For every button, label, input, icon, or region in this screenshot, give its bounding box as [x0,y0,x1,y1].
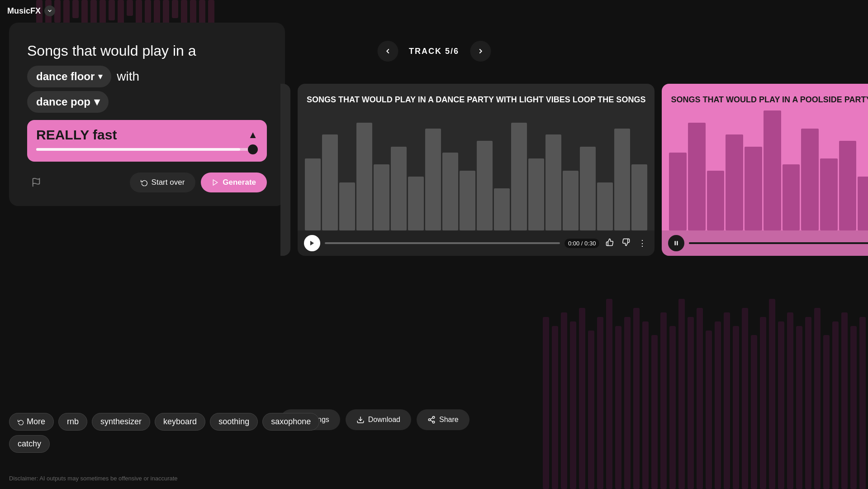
more-chip[interactable]: More [9,413,54,431]
chip-synthesizer[interactable]: synthesizer [92,413,150,431]
track-4-controls: 0:00 / 0:30 ⋮ [298,230,655,256]
svg-rect-21 [552,326,558,489]
track-4-time: 0:00 / 0:30 [564,239,599,248]
track-4-waveform [298,110,655,230]
track-4-progress[interactable] [325,242,560,244]
genre-row: dance pop ▾ [27,91,267,113]
logo-dropdown[interactable] [44,5,55,16]
svg-rect-55 [859,317,866,489]
svg-line-76 [430,418,432,419]
track-5-waveform [662,110,868,230]
svg-rect-60 [677,241,678,245]
speed-header: REALLY fast ▲ [36,127,258,143]
svg-rect-47 [787,312,793,489]
svg-rect-27 [606,299,612,489]
svg-rect-33 [660,312,667,489]
svg-rect-52 [832,321,839,489]
genre-dropdown-arrow: ▾ [94,96,100,108]
svg-point-74 [432,421,435,423]
track-card-5: SONGS THAT WOULD PLAY IN A POOLSIDE PART… [662,84,868,256]
action-bar: Start over Generate [27,173,267,192]
svg-rect-23 [570,321,576,489]
svg-rect-53 [841,312,848,489]
speed-slider-fill [36,148,240,151]
chip-catchy[interactable]: catchy [9,435,50,453]
flag-button[interactable] [27,173,45,192]
speed-slider-thumb[interactable] [248,144,258,154]
share-button[interactable]: Share [417,409,470,430]
start-over-button[interactable]: Start over [130,173,196,192]
svg-rect-49 [805,317,811,489]
header: MusicFX [0,0,62,22]
svg-rect-37 [697,308,703,489]
speed-chevron-icon[interactable]: ▲ [248,129,258,141]
svg-rect-20 [543,317,549,489]
venue-dropdown-arrow: ▾ [98,72,102,82]
track-counter: TRACK 5/6 [409,47,459,56]
svg-rect-46 [778,321,784,489]
chip-rnb[interactable]: rnb [58,413,87,431]
svg-rect-50 [814,308,821,489]
svg-rect-45 [769,299,775,489]
svg-rect-43 [751,335,757,489]
chip-keyboard[interactable]: keyboard [155,413,205,431]
svg-rect-29 [624,317,631,489]
speed-section: REALLY fast ▲ [27,120,267,162]
svg-rect-32 [651,335,658,489]
svg-rect-26 [597,317,603,489]
svg-point-72 [432,417,435,419]
genre-selector[interactable]: dance pop ▾ [27,91,109,113]
prompt-line1: Songs that would play in a [27,41,267,61]
venue-row: dance floor ▾ with [27,66,267,87]
svg-rect-18 [199,0,205,25]
track-5-progress[interactable] [689,242,868,244]
prompt-panel: Songs that would play in a dance floor ▾… [9,23,285,206]
svg-rect-28 [615,326,621,489]
svg-rect-10 [127,0,133,16]
venue-selector[interactable]: dance floor ▾ [27,66,111,87]
svg-rect-38 [706,331,712,489]
svg-marker-58 [310,241,314,246]
prev-track-button[interactable] [377,41,398,62]
svg-rect-54 [850,326,857,489]
track-card-partial-left [280,84,290,256]
download-button[interactable]: Download [346,409,411,430]
svg-rect-40 [724,312,730,489]
with-label: with [117,69,139,84]
svg-rect-35 [678,299,685,489]
track-4-more-button[interactable]: ⋮ [636,236,648,250]
svg-rect-24 [579,308,585,489]
track-4-dislike-button[interactable] [620,236,632,250]
chip-soothing[interactable]: soothing [210,413,258,431]
track-4-play-button[interactable] [304,235,320,251]
app-title: MusicFX [7,6,41,16]
svg-point-73 [428,419,431,421]
svg-rect-4 [72,0,79,18]
track-4-like-button[interactable] [604,236,616,250]
chips-container: More rnb synthesizer keyboard soothing s… [9,413,326,453]
track-4-title: SONGS THAT WOULD PLAY IN A DANCE PARTY W… [298,84,655,110]
track-card-4: SONGS THAT WOULD PLAY IN A DANCE PARTY W… [298,84,655,256]
track-navigation: TRACK 5/6 [377,41,491,62]
svg-rect-6 [90,0,97,25]
svg-rect-34 [669,326,676,489]
svg-line-75 [430,420,432,422]
generate-button[interactable]: Generate [201,173,267,192]
svg-rect-59 [675,241,676,245]
svg-rect-25 [588,331,594,489]
svg-rect-30 [633,308,640,489]
next-track-button[interactable] [470,41,491,62]
track-5-pause-button[interactable] [668,235,684,251]
svg-rect-15 [172,0,178,18]
tracks-area: SONGS THAT WOULD PLAY IN A DANCE PARTY W… [280,72,868,267]
svg-rect-42 [742,308,748,489]
svg-rect-22 [561,312,567,489]
svg-rect-41 [733,326,739,489]
svg-marker-57 [213,180,218,185]
speed-slider-track[interactable] [36,148,258,151]
svg-rect-8 [109,0,115,20]
svg-rect-39 [715,321,721,489]
disclaimer: Disclaimer: AI outputs may sometimes be … [9,475,178,482]
chip-saxophone[interactable]: saxophone [262,413,319,431]
track-5-controls: 0:21 / 0:30 ⋮ [662,230,868,256]
